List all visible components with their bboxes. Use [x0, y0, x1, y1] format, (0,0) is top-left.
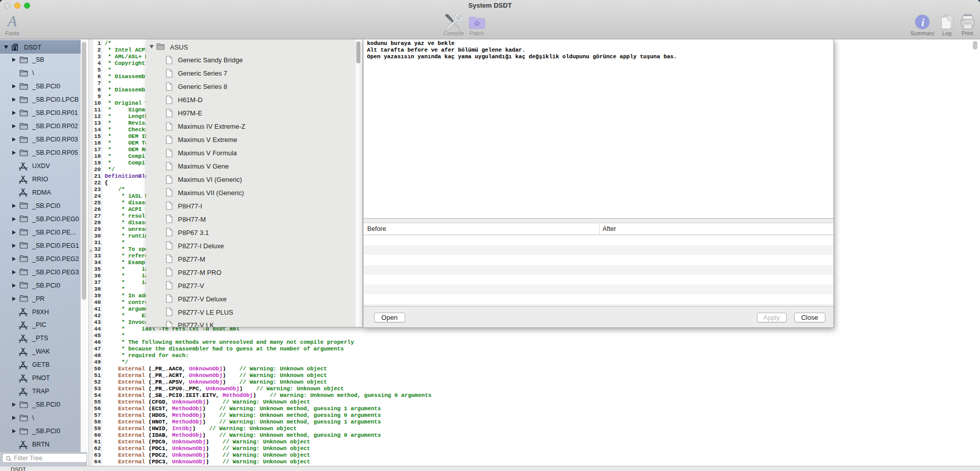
svg-text:i: i [921, 17, 924, 28]
